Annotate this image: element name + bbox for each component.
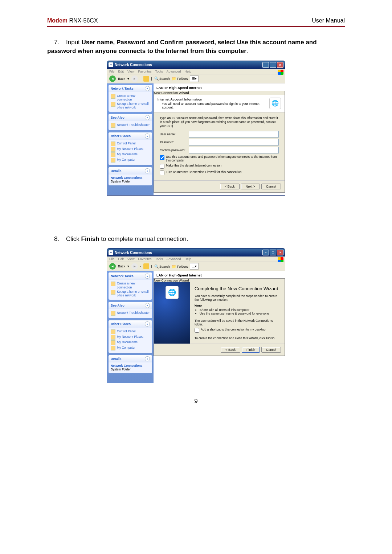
collapse-icon[interactable]: « [145, 303, 150, 308]
chk-use-account-label: Use this account name and password when … [166, 155, 279, 162]
back-button[interactable]: ◄ [109, 75, 116, 82]
back-label[interactable]: Back [118, 77, 125, 81]
link-control-panel[interactable]: Control Panel [111, 141, 150, 147]
titlebar[interactable]: ✶ Network Connections – □ × [107, 249, 285, 257]
close-button[interactable]: × [277, 62, 283, 68]
wizard-banner: New Connection Wizard [154, 279, 285, 282]
menu-edit[interactable]: Edit [118, 70, 124, 73]
up-button[interactable] [143, 76, 149, 82]
link-my-documents[interactable]: My Documents [111, 152, 150, 157]
panel-other-places: Other Places« Control Panel My Network P… [109, 320, 152, 353]
minimize-button[interactable]: – [262, 62, 269, 68]
link-my-network-places[interactable]: My Network Places [111, 147, 150, 152]
sidebar: Network Tasks« Create a new connection S… [107, 83, 154, 195]
back-button[interactable]: ◄ [109, 263, 116, 270]
cancel-button[interactable]: Cancel [261, 184, 281, 189]
network-icon [111, 290, 115, 295]
chk-shortcut[interactable] [195, 328, 199, 333]
password-input[interactable] [189, 139, 279, 145]
back-label[interactable]: Back [118, 264, 125, 268]
menu-file[interactable]: File [109, 257, 115, 261]
menu-view[interactable]: View [127, 257, 134, 261]
menu-advanced[interactable]: Advanced [166, 257, 181, 261]
menu-file[interactable]: File [109, 70, 115, 73]
folders-button[interactable]: Folders [172, 264, 188, 268]
menu-help[interactable]: Help [184, 257, 191, 261]
details-header[interactable]: Details [111, 169, 122, 173]
wizard-line1: You have successfully completed the step… [195, 294, 280, 301]
search-button[interactable]: Search [154, 264, 170, 268]
minimize-button[interactable]: – [262, 250, 269, 255]
section-lan: LAN or High-Speed Internet [156, 86, 283, 90]
collapse-icon[interactable]: « [145, 274, 150, 279]
info-icon [111, 311, 115, 316]
details-header[interactable]: Details [111, 357, 122, 361]
network-tasks-header[interactable]: Network Tasks [111, 274, 134, 278]
confirm-label: Confirm password: [160, 148, 189, 152]
link-troubleshooter[interactable]: Network Troubleshooter [111, 123, 150, 128]
other-places-header[interactable]: Other Places [111, 322, 131, 326]
back-button[interactable]: < Back [221, 347, 240, 353]
forward-button[interactable]: ► [131, 75, 138, 82]
maximize-button[interactable]: □ [270, 250, 276, 255]
confirm-password-input[interactable] [189, 147, 279, 153]
network-tasks-header[interactable]: Network Tasks [111, 87, 134, 90]
collapse-icon[interactable]: « [145, 134, 150, 139]
step-8: 8. Click Finish to complete manual conne… [47, 235, 345, 243]
link-my-network-places[interactable]: My Network Places [111, 335, 150, 340]
task-setup-network[interactable]: Set up a home or small office network [111, 102, 150, 110]
menu-advanced[interactable]: Advanced [166, 70, 181, 73]
menu-favorites[interactable]: Favorites [138, 257, 151, 261]
see-also-header[interactable]: See Also [111, 304, 124, 307]
panel-see-also: See Also« Network Troubleshooter [109, 302, 152, 318]
doc-header: Modem RNX-56CX User Manual [47, 17, 345, 24]
finish-button[interactable]: Finish [242, 347, 260, 353]
product-name: Modem [47, 17, 68, 24]
other-places-header[interactable]: Other Places [111, 134, 131, 138]
menu-favorites[interactable]: Favorites [138, 70, 151, 73]
cancel-button[interactable]: Cancel [261, 347, 281, 353]
search-button[interactable]: Search [154, 77, 170, 81]
collapse-icon[interactable]: « [145, 356, 150, 361]
menu-help[interactable]: Help [184, 70, 191, 73]
link-control-panel[interactable]: Control Panel [111, 329, 150, 335]
next-button[interactable]: Next > [241, 184, 260, 189]
collapse-icon[interactable]: « [145, 321, 150, 327]
task-create-connection[interactable]: Create a new connection [111, 281, 150, 289]
up-button[interactable] [143, 263, 149, 269]
menu-view[interactable]: View [127, 70, 134, 73]
chk-use-account[interactable] [160, 155, 164, 160]
see-also-header[interactable]: See Also [111, 116, 124, 119]
maximize-button[interactable]: □ [270, 62, 276, 68]
back-button[interactable]: < Back [220, 184, 240, 189]
collapse-icon[interactable]: « [145, 115, 150, 120]
details-sub: System Folder [111, 180, 150, 183]
link-troubleshooter[interactable]: Network Troubleshooter [111, 311, 150, 316]
app-icon: ✶ [109, 62, 113, 67]
titlebar[interactable]: ✶ Network Connections – □ × [107, 61, 285, 69]
username-input[interactable] [189, 131, 279, 138]
views-button[interactable]: ☰▾ [190, 75, 199, 82]
menu-edit[interactable]: Edit [118, 257, 124, 261]
details-sub: System Folder [111, 368, 150, 371]
panel-network-tasks: Network Tasks« Create a new connection S… [109, 272, 152, 300]
views-button[interactable]: ☰▾ [190, 263, 199, 270]
folders-button[interactable]: Folders [172, 77, 188, 81]
link-my-computer[interactable]: My Computer [111, 345, 150, 351]
task-create-connection[interactable]: Create a new connection [111, 94, 150, 102]
chk-firewall[interactable] [160, 171, 164, 175]
chk-default-connection[interactable] [160, 164, 164, 169]
close-button[interactable]: × [277, 250, 283, 255]
bullet-share: Share with all users of this computer [200, 308, 280, 312]
wizard-heading: Internet Account Information [158, 98, 266, 101]
collapse-icon[interactable]: « [145, 86, 150, 91]
menu-tools[interactable]: Tools [155, 257, 163, 261]
link-my-documents[interactable]: My Documents [111, 340, 150, 345]
bullet-same-user: Use the same user name & password for ev… [200, 312, 280, 315]
collapse-icon[interactable]: « [145, 168, 150, 173]
task-setup-network[interactable]: Set up a home or small office network [111, 290, 150, 297]
link-my-computer[interactable]: My Computer [111, 157, 150, 163]
forward-button[interactable]: ► [131, 263, 138, 270]
wizard-complete-title: Completing the New Connection Wizard [195, 286, 280, 291]
menu-tools[interactable]: Tools [155, 70, 163, 73]
